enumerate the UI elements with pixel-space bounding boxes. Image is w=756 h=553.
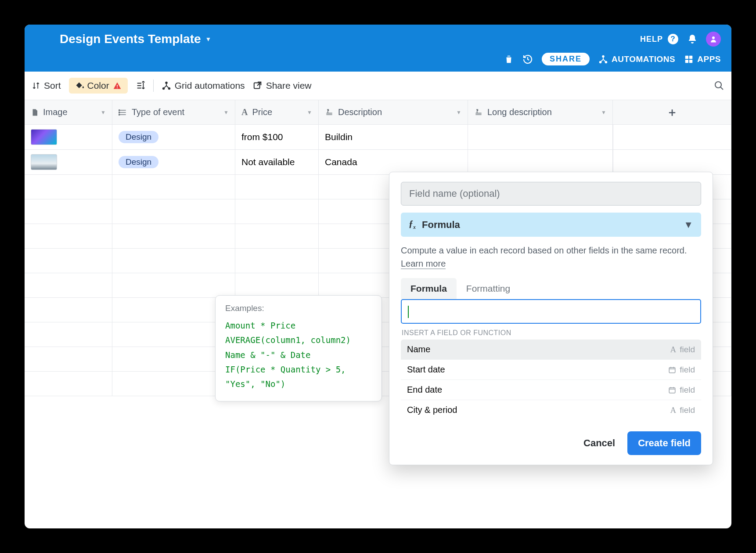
field-type-label: Formula [422,219,460,231]
apps-button[interactable]: APPS [684,54,721,64]
calendar-icon [668,366,676,374]
tab-formula[interactable]: Formula [401,278,457,299]
svg-rect-8 [685,59,688,62]
learn-more-link[interactable]: Learn more [401,259,446,269]
search-button[interactable] [714,80,724,91]
share-view-tool[interactable]: Share view [253,80,312,91]
sort-label: Sort [44,80,61,91]
tab-formatting[interactable]: Formatting [457,278,520,299]
svg-rect-9 [689,59,692,62]
chevron-down-icon[interactable]: ▼ [101,109,106,116]
thumbnail[interactable] [31,154,57,170]
column-label: Type of event [132,107,184,117]
svg-point-12 [165,82,168,84]
avatar[interactable] [706,32,721,47]
table-row[interactable]: Design from $100 Buildin [25,125,731,150]
svg-rect-6 [685,55,688,58]
automations-button[interactable]: AUTOMATIONS [598,54,675,64]
help-icon: ? [667,33,679,45]
field-option-name: Name [407,344,430,354]
svg-rect-10 [117,85,118,87]
plus-icon: ＋ [666,105,678,120]
add-field-button[interactable]: ＋ [613,100,731,124]
field-option[interactable]: End date field [401,380,701,400]
column-header-type[interactable]: Type of event ▼ [112,100,235,124]
color-label: Color [87,80,109,91]
column-header-long-description[interactable]: Long description ▼ [468,100,613,124]
automations-label: AUTOMATIONS [612,54,675,64]
text-icon: A [670,405,676,415]
share-view-label: Share view [266,80,312,91]
text-cursor [408,306,409,318]
divider [153,80,154,92]
field-option[interactable]: Name Afield [401,340,701,360]
calendar-icon [668,386,676,394]
thumbnail[interactable] [31,129,57,145]
column-label: Image [43,107,68,117]
svg-rect-20 [669,367,675,372]
column-header-price[interactable]: A Price ▼ [235,100,319,124]
field-option-name: End date [407,385,442,395]
field-option[interactable]: City & period Afield [401,400,701,420]
chevron-down-icon: ▼ [205,36,212,43]
help-link[interactable]: HELP ? [640,33,679,45]
apps-label: APPS [697,54,721,64]
grid-header: Image ▼ Type of event ▼ A Price ▼ Descri… [25,100,731,125]
tooltip-title: Examples: [225,304,372,313]
row-height-tool[interactable] [136,81,145,90]
column-header-description[interactable]: Description ▼ [319,100,468,124]
cell-value: from $100 [241,132,283,142]
text-icon: A [241,107,248,117]
svg-point-19 [119,114,120,115]
share-label: SHARE [550,54,582,64]
help-label: HELP [640,35,663,44]
svg-point-17 [119,109,120,111]
svg-point-16 [715,82,721,88]
field-option-name: Start date [407,365,445,375]
sort-tool[interactable]: Sort [32,80,61,91]
chevron-down-icon: ▼ [684,219,693,231]
color-tool[interactable]: Color [69,78,128,94]
chevron-down-icon[interactable]: ▼ [223,109,229,116]
svg-rect-21 [669,387,675,393]
tag[interactable]: Design [119,156,158,168]
field-type-select[interactable]: ƒx Formula ▼ [401,213,701,237]
field-option-name: City & period [407,405,457,415]
grid-automations-label: Grid automations [175,80,245,91]
chevron-down-icon[interactable]: ▼ [456,109,461,116]
cancel-button[interactable]: Cancel [583,437,615,449]
history-button[interactable] [522,54,533,65]
column-header-image[interactable]: Image ▼ [25,100,112,124]
base-title-text: Design Events Template [60,32,201,46]
share-button[interactable]: SHARE [542,53,590,65]
warning-icon [113,81,122,90]
table-row[interactable]: Design Not available Canada [25,150,731,175]
field-type-description: Compute a value in each record based on … [401,244,701,270]
app-header: Design Events Template ▼ HELP ? [25,25,731,72]
notifications-icon[interactable] [687,33,698,45]
cell-value: Not available [241,157,295,167]
view-toolbar: Sort Color Grid automations Share view [25,72,731,100]
svg-text:?: ? [670,34,676,43]
base-title[interactable]: Design Events Template ▼ [60,32,211,46]
cell-value: Canada [325,157,357,167]
column-label: Price [252,107,272,117]
trash-button[interactable] [504,54,514,64]
chevron-down-icon[interactable]: ▼ [601,109,606,116]
create-field-popover: ƒx Formula ▼ Compute a value in each rec… [389,172,713,465]
popover-tabs: Formula Formatting [401,278,701,299]
grid-automations-tool[interactable]: Grid automations [162,80,245,91]
tooltip-body: Amount * Price AVERAGE(column1, column2)… [225,318,372,391]
create-field-button[interactable]: Create field [627,431,701,455]
formula-input[interactable] [401,299,701,324]
tag[interactable]: Design [119,131,158,143]
field-option[interactable]: Start date field [401,360,701,380]
cell-value: Buildin [325,132,353,142]
examples-tooltip: Examples: Amount * Price AVERAGE(column1… [215,295,382,401]
chevron-down-icon[interactable]: ▼ [307,109,312,116]
column-label: Description [338,107,382,117]
field-list: Name Afield Start date field End date fi… [401,340,701,420]
formula-icon: ƒx [409,219,416,231]
field-name-input[interactable] [401,182,701,206]
column-label: Long description [487,107,552,117]
